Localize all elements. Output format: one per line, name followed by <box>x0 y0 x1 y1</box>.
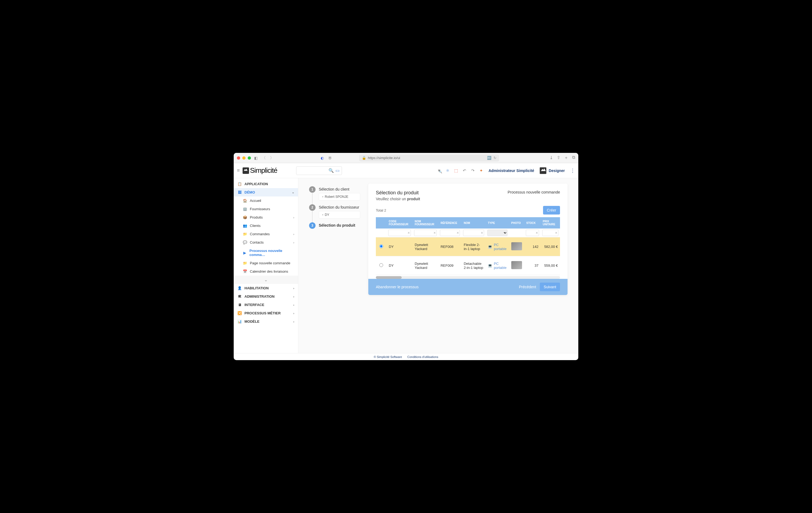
column-header[interactable]: PHOTO <box>509 217 524 229</box>
new-tab-icon[interactable]: ＋ <box>564 155 568 161</box>
wizard-step[interactable]: 2Sélection du fournisseurDY <box>309 204 360 221</box>
sidebar-item[interactable]: 👥Clients <box>234 221 298 230</box>
forward-icon[interactable]: 〉 <box>269 154 275 161</box>
tabs-icon[interactable]: ⧉ <box>572 155 575 161</box>
redo-icon[interactable]: ↷ <box>471 168 475 173</box>
filter-icon[interactable]: ▼🔍 <box>437 168 441 173</box>
cell-stock: 142 <box>524 237 541 256</box>
maximize-window[interactable] <box>248 156 251 160</box>
column-header[interactable]: NOM FOURNISSEUR <box>412 217 438 229</box>
star-icon[interactable]: ✦ <box>480 168 483 173</box>
cell-prix: 559,00 € <box>541 256 560 275</box>
cell-code: DY <box>387 256 412 275</box>
sidebar-group[interactable]: 🛠ADMINISTRATION› <box>234 292 298 301</box>
back-icon[interactable]: 〈 <box>261 154 267 161</box>
row-radio[interactable] <box>379 263 383 267</box>
sidebar-item-label: Clients <box>250 224 261 228</box>
clear-filter-icon[interactable]: × <box>481 231 483 235</box>
next-button[interactable]: Suivant <box>540 282 560 291</box>
clear-filter-icon[interactable]: × <box>433 231 436 235</box>
shield-icon[interactable]: ⛨ <box>327 155 333 161</box>
column-header[interactable] <box>376 217 387 229</box>
abandon-button[interactable]: Abandonner le processus <box>376 285 419 289</box>
sidebar-group[interactable]: 📊MODÈLE› <box>234 317 298 326</box>
sidebar-item[interactable]: 📁Commandes› <box>234 230 298 238</box>
column-header[interactable]: NOM <box>461 217 486 229</box>
create-button[interactable]: Créer <box>543 206 560 214</box>
card-icon: ▭ <box>336 168 340 173</box>
sidebar-collapse[interactable]: ⌄ <box>234 276 298 284</box>
extension-icon[interactable]: ◐ <box>320 155 325 161</box>
clear-filter-icon[interactable]: × <box>555 231 557 235</box>
table-row[interactable]: DY Dyewlett Yackard REF008 Flexible 2-in… <box>376 237 560 256</box>
column-header[interactable]: TYPE <box>486 217 509 229</box>
sidebar-group[interactable]: 👤HABILITATION› <box>234 284 298 292</box>
user-name[interactable]: Administrateur Simplicité <box>488 169 534 173</box>
sidebar-item[interactable]: 🏠Accueil <box>234 197 298 205</box>
column-header[interactable]: PRIX UNITAIRE <box>541 217 560 229</box>
chevron-right-icon: › <box>293 286 294 290</box>
step-selection: Robert SPONJE <box>319 193 360 201</box>
step-selection: DY <box>319 211 360 218</box>
footer-terms[interactable]: Conditions d'utilisations <box>407 355 438 359</box>
chevron-right-icon: › <box>293 320 294 323</box>
sidebar-item-icon: 📅 <box>243 269 247 273</box>
panel-title: Sélection du produit <box>376 190 420 196</box>
undo-icon[interactable]: ↶ <box>463 168 466 173</box>
sidebar-item[interactable]: 📦Produits› <box>234 213 298 221</box>
minimize-window[interactable] <box>242 156 245 160</box>
sidebar-group[interactable]: 🔀PROCESSUS MÉTIER› <box>234 309 298 317</box>
sidebar-item[interactable]: 🏢Fournisseurs <box>234 205 298 213</box>
logo[interactable]: Simplicité <box>242 166 277 175</box>
product-panel: Sélection du produit Veuillez choisir un… <box>368 184 568 295</box>
clear-filter-icon[interactable]: × <box>504 231 506 235</box>
graph-icon[interactable]: ⚛ <box>446 168 450 173</box>
sidebar-item-icon: 📦 <box>243 215 247 219</box>
reload-icon[interactable]: ↻ <box>493 156 496 160</box>
table-row[interactable]: DY Dyewlett Yackard REF009 Detachable 2-… <box>376 256 560 275</box>
sidebar-group[interactable]: 🖥INTERFACE› <box>234 301 298 309</box>
search-box[interactable]: 🔍 ▭ <box>296 166 342 175</box>
column-header[interactable]: CODE FOURNISSEUR <box>387 217 412 229</box>
clear-filter-icon[interactable]: × <box>457 231 459 235</box>
sidebar-group-application[interactable]: 📋 APPLICATION <box>234 180 298 188</box>
cell-nom: Flexible 2-in-1 laptop <box>461 237 486 256</box>
sidebar-toggle-icon[interactable]: ◧ <box>253 155 259 161</box>
horizontal-scrollbar[interactable] <box>376 276 560 279</box>
url-bar[interactable]: 🔒 https://simplicite.io/ui 🔤 ↻ <box>359 154 499 161</box>
panel-header: Sélection du produit Veuillez choisir un… <box>376 190 560 201</box>
sidebar-group-icon: 🖥 <box>237 303 242 307</box>
menu-icon[interactable]: ≡ <box>237 168 240 173</box>
sidebar-group-demo[interactable]: 🖼 DÉMO ⌄ <box>234 188 298 197</box>
previous-button[interactable]: Précédent <box>519 285 536 289</box>
sidebar-item[interactable]: 💬Contacts› <box>234 238 298 246</box>
wizard-step[interactable]: 1Sélection du clientRobert SPONJE <box>309 186 360 203</box>
download-icon[interactable]: ⤓ <box>550 155 553 161</box>
subtitle-bold: produit <box>407 197 420 201</box>
clear-filter-icon[interactable]: × <box>408 231 410 235</box>
cell-nom: Detachable 2-in-1 laptop <box>461 256 486 275</box>
sidebar-item-label: Processus nouvelle comma… <box>249 249 294 257</box>
footer-copyright[interactable]: © Simplicité Software <box>374 355 402 359</box>
clear-filter-icon[interactable]: × <box>536 231 538 235</box>
panel-subtitle: Veuillez choisir un produit <box>376 197 420 201</box>
sidebar-item[interactable]: ▶Processus nouvelle comma… <box>234 246 298 259</box>
tree-icon[interactable]: ⬚ <box>454 168 458 173</box>
cell-type: 💻 PC portable <box>488 243 507 251</box>
sidebar-item-icon: 💬 <box>243 240 247 244</box>
role-badge[interactable]: Designer <box>540 167 565 174</box>
share-icon[interactable]: ⇧ <box>557 155 560 161</box>
sidebar-item-label: Page nouvelle commande <box>250 261 290 265</box>
sidebar-item[interactable]: 📅Calendrier des livraisons <box>234 267 298 276</box>
sidebar-item[interactable]: 📁Page nouvelle commande <box>234 259 298 267</box>
more-icon[interactable]: ⋮ <box>570 168 575 174</box>
row-radio[interactable] <box>379 244 383 248</box>
cell-ref: REF009 <box>438 256 461 275</box>
close-window[interactable] <box>237 156 240 160</box>
translate-icon[interactable]: 🔤 <box>487 156 491 160</box>
column-header[interactable]: RÉFÉRENCE <box>438 217 461 229</box>
column-header[interactable]: STOCK <box>524 217 541 229</box>
wizard-step[interactable]: 3Sélection du produit <box>309 222 360 229</box>
step-number: 1 <box>309 186 316 193</box>
logo-icon <box>242 168 249 174</box>
